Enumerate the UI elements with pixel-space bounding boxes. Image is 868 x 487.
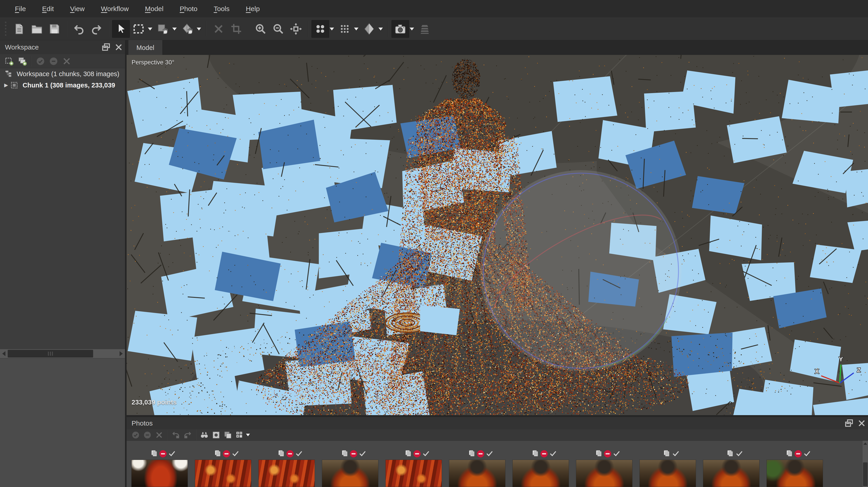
move-region-dropdown-caret[interactable] bbox=[172, 28, 177, 31]
tab-model[interactable]: Model bbox=[128, 40, 162, 55]
thumbnail-badges bbox=[195, 450, 251, 458]
horizontal-splitter[interactable] bbox=[127, 415, 868, 417]
photo-thumbnail-11[interactable] bbox=[767, 441, 823, 487]
thumbnail-badges bbox=[449, 450, 505, 458]
enable-item-button bbox=[34, 55, 47, 68]
thumbnail-badges bbox=[131, 450, 188, 458]
check-badge-icon bbox=[672, 450, 680, 458]
minus-circle-icon bbox=[49, 57, 58, 66]
photo-thumbnail-image[interactable] bbox=[195, 460, 251, 487]
expander-icon[interactable]: ▶ bbox=[2, 82, 10, 88]
model-viewport[interactable]: Perspective 30° 233,039 points X Y Z bbox=[127, 55, 868, 415]
model-viewport-canvas[interactable] bbox=[127, 55, 868, 415]
disable-photo-button bbox=[142, 430, 153, 440]
photo-thumbnail-10[interactable] bbox=[703, 441, 760, 487]
close-panel-icon[interactable] bbox=[855, 418, 868, 429]
menu-view[interactable]: View bbox=[62, 0, 93, 18]
scroll-left-arrow[interactable] bbox=[0, 349, 8, 358]
thumbnail-badges bbox=[640, 450, 696, 458]
stacked-view-button[interactable] bbox=[222, 430, 234, 440]
diamond-icon bbox=[363, 23, 375, 35]
photos-vertical-scrollbar[interactable] bbox=[863, 441, 868, 487]
point-cloud-view-button[interactable] bbox=[311, 20, 329, 38]
workspace-horizontal-scrollbar[interactable] bbox=[0, 349, 125, 358]
photo-thumbnail-5[interactable] bbox=[385, 441, 442, 487]
workspace-tree: Workspace (1 chunks, 308 images)▶Chunk 1… bbox=[0, 68, 125, 349]
save-project-button[interactable] bbox=[46, 20, 63, 38]
photo-thumbnail-image[interactable] bbox=[703, 460, 760, 487]
thumbnails-view-dropdown-caret[interactable] bbox=[246, 434, 250, 436]
selection-arrow-button[interactable] bbox=[112, 20, 130, 38]
photo-stack-badge-icon bbox=[726, 450, 734, 458]
photo-thumbnail-9[interactable] bbox=[640, 441, 696, 487]
show-cameras-dropdown-caret[interactable] bbox=[410, 28, 414, 31]
add-photos-button[interactable] bbox=[16, 55, 29, 68]
scrollbar-thumb[interactable] bbox=[863, 462, 868, 486]
reset-view-button[interactable] bbox=[287, 20, 305, 38]
tree-item-chunk-1[interactable]: ▶Chunk 1 (308 images, 233,039 bbox=[0, 79, 125, 91]
add-chunk-icon bbox=[4, 57, 14, 66]
view-photo-button[interactable] bbox=[198, 430, 210, 440]
binoculars-icon bbox=[200, 431, 209, 439]
photo-thumbnail-image[interactable] bbox=[449, 460, 505, 487]
rectangle-selection-button[interactable] bbox=[130, 20, 147, 38]
close-panel-icon[interactable] bbox=[112, 42, 125, 53]
photo-thumbnail-3[interactable] bbox=[258, 441, 315, 487]
float-panel-icon[interactable] bbox=[843, 418, 855, 429]
photo-thumbnail-image[interactable] bbox=[258, 460, 315, 487]
photos-panel-title: Photos bbox=[127, 419, 843, 427]
redo-button[interactable] bbox=[88, 20, 105, 38]
move-object-dropdown-caret[interactable] bbox=[197, 28, 201, 31]
menu-workflow[interactable]: Workflow bbox=[93, 0, 137, 18]
zoom-out-button[interactable] bbox=[270, 20, 287, 38]
new-project-button[interactable] bbox=[10, 20, 28, 38]
show-info-button[interactable] bbox=[210, 430, 222, 440]
chunk-icon bbox=[10, 81, 20, 90]
toolbar-grip-handle[interactable] bbox=[4, 22, 7, 36]
model-view-dropdown-caret[interactable] bbox=[378, 28, 383, 31]
photo-thumbnail-image[interactable] bbox=[385, 460, 442, 487]
add-chunk-button[interactable] bbox=[3, 55, 16, 68]
tie-points-view-button[interactable] bbox=[336, 20, 353, 38]
redo-icon bbox=[91, 23, 102, 35]
menu-model[interactable]: Model bbox=[137, 0, 172, 18]
move-region-button[interactable] bbox=[154, 20, 172, 38]
menu-photo[interactable]: Photo bbox=[172, 0, 206, 18]
scroll-up-arrow[interactable] bbox=[863, 441, 868, 447]
photo-thumbnail-8[interactable] bbox=[576, 441, 632, 487]
show-cameras-button[interactable] bbox=[392, 20, 409, 38]
thumbnail-badges bbox=[258, 450, 315, 458]
model-view-button[interactable] bbox=[360, 20, 378, 38]
toolbar-separator bbox=[388, 21, 388, 37]
x-icon bbox=[155, 431, 163, 439]
menu-file[interactable]: File bbox=[7, 0, 34, 18]
tie-points-view-dropdown-caret[interactable] bbox=[354, 28, 359, 31]
float-panel-icon[interactable] bbox=[100, 42, 112, 53]
zoom-in-button[interactable] bbox=[252, 20, 270, 38]
photo-thumbnail-6[interactable] bbox=[449, 441, 505, 487]
menu-edit[interactable]: Edit bbox=[34, 0, 62, 18]
thumbnails-view-button[interactable] bbox=[234, 430, 246, 440]
move-object-button[interactable] bbox=[179, 20, 196, 38]
scroll-right-arrow[interactable] bbox=[117, 349, 125, 358]
photo-thumbnail-image[interactable] bbox=[767, 460, 823, 487]
vertical-splitter[interactable] bbox=[125, 40, 127, 487]
photo-thumbnail-7[interactable] bbox=[513, 441, 569, 487]
point-cloud-view-dropdown-caret[interactable] bbox=[330, 28, 334, 31]
photo-thumbnail-image[interactable] bbox=[640, 460, 696, 487]
photo-thumbnail-2[interactable] bbox=[195, 441, 251, 487]
zoom-out-icon bbox=[272, 23, 284, 35]
rectangle-selection-dropdown-caret[interactable] bbox=[148, 28, 152, 31]
scrollbar-thumb[interactable] bbox=[8, 350, 93, 358]
menu-help[interactable]: Help bbox=[238, 0, 268, 18]
menu-tools[interactable]: Tools bbox=[206, 0, 238, 18]
tree-item-workspace-root[interactable]: Workspace (1 chunks, 308 images) bbox=[0, 68, 125, 79]
photo-thumbnail-image[interactable] bbox=[322, 460, 378, 487]
photo-thumbnail-image[interactable] bbox=[513, 460, 569, 487]
photo-thumbnail-image[interactable] bbox=[131, 460, 188, 487]
photo-thumbnail-4[interactable] bbox=[322, 441, 378, 487]
open-project-button[interactable] bbox=[28, 20, 46, 38]
undo-button[interactable] bbox=[70, 20, 88, 38]
photo-thumbnail-1[interactable] bbox=[131, 441, 188, 487]
photo-thumbnail-image[interactable] bbox=[576, 460, 632, 487]
